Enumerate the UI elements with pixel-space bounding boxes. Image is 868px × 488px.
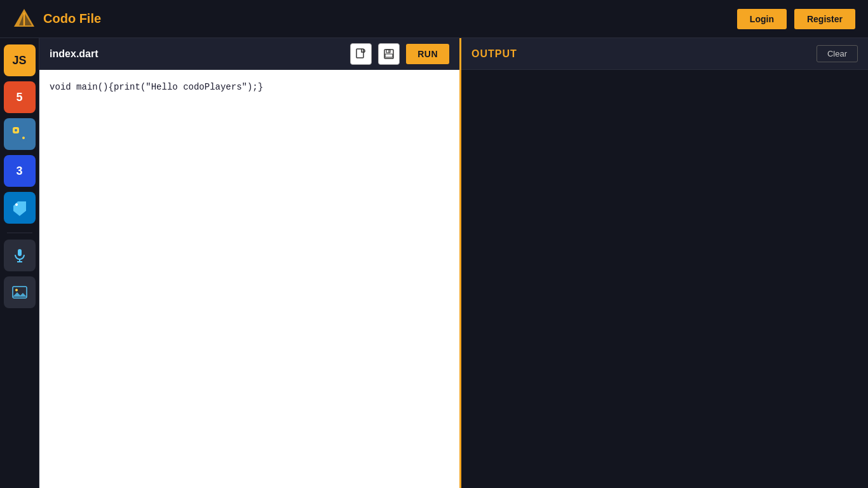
clear-button[interactable]: Clear [817, 45, 858, 62]
file-name: index.dart [50, 48, 344, 60]
output-panel: OUTPUT Clear [461, 38, 868, 488]
login-button[interactable]: Login [737, 9, 787, 29]
svg-point-6 [22, 137, 25, 139]
code-editor[interactable] [50, 80, 449, 478]
sidebar-item-css[interactable]: 3 [4, 155, 36, 187]
workspace: index.dart [39, 38, 868, 488]
save-file-icon [383, 48, 395, 60]
dart-icon [10, 198, 29, 217]
editor-toolbar: index.dart [39, 38, 459, 70]
header-left: Codo File [13, 8, 101, 30]
svg-rect-17 [356, 49, 363, 58]
sidebar-item-html[interactable]: 5 [4, 81, 36, 113]
sidebar-item-python[interactable] [4, 118, 36, 150]
sidebar-item-image[interactable] [4, 276, 36, 308]
svg-point-5 [15, 129, 17, 132]
css-label: 3 [17, 165, 23, 178]
sidebar-divider [7, 233, 32, 233]
svg-rect-11 [18, 249, 22, 256]
header-right: Login Register [737, 9, 855, 29]
app-title: Codo File [43, 11, 101, 26]
register-button[interactable]: Register [794, 9, 855, 29]
output-toolbar: OUTPUT Clear [461, 38, 868, 70]
logo-icon [13, 8, 36, 30]
sidebar-item-dart[interactable] [4, 192, 36, 224]
python-icon [11, 125, 29, 143]
save-file-button[interactable] [378, 43, 400, 65]
svg-rect-20 [385, 54, 393, 57]
js-label: JS [13, 54, 27, 67]
main: JS 5 3 [0, 38, 868, 488]
html-label: 5 [17, 91, 23, 104]
new-file-button[interactable] [350, 43, 372, 65]
output-area [461, 70, 868, 488]
run-button[interactable]: RUN [406, 44, 449, 64]
svg-marker-16 [13, 292, 27, 297]
editor-panel: index.dart [39, 38, 461, 488]
new-file-icon [355, 48, 367, 60]
header: Codo File Login Register [0, 0, 868, 38]
sidebar-item-js[interactable]: JS [4, 44, 36, 76]
svg-point-15 [15, 289, 18, 292]
svg-point-10 [15, 203, 18, 206]
editor-area [39, 70, 459, 488]
sidebar: JS 5 3 [0, 38, 39, 488]
image-icon [11, 285, 28, 300]
sidebar-item-mic[interactable] [4, 240, 36, 271]
output-title: OUTPUT [471, 48, 517, 60]
mic-icon [12, 248, 27, 263]
